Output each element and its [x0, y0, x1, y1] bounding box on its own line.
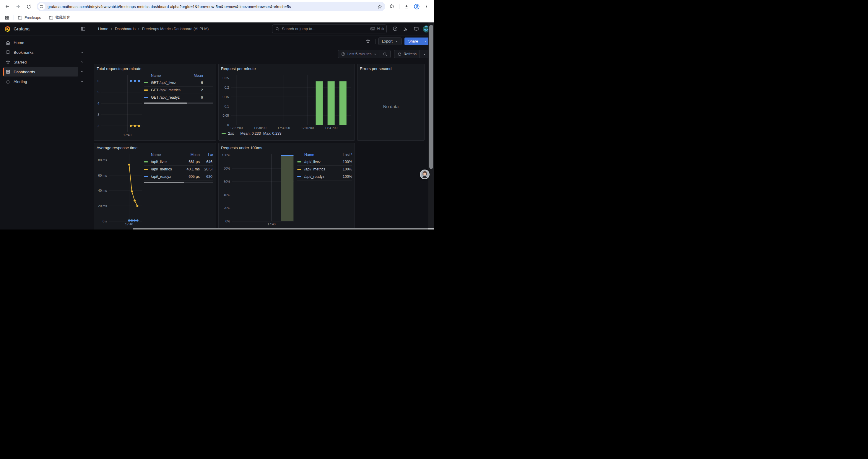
collapse-sidebar-icon[interactable] — [81, 26, 86, 31]
breadcrumb-dashboards[interactable]: Dashboards — [115, 27, 135, 31]
panel-title[interactable]: Total requests per minute — [97, 66, 213, 72]
legend-row[interactable]: GET /api/_readyz 6 — [144, 94, 213, 101]
legend-row[interactable]: /api/_metrics 40.1 ms 20.5 ms — [144, 166, 213, 173]
series-swatch — [144, 82, 148, 83]
avg-response-time-chart[interactable]: 0 s20 ms40 ms60 ms80 ms17:40 — [97, 152, 144, 227]
sidebar-item-label: Alerting — [13, 79, 27, 84]
vertical-scrollbar[interactable] — [428, 23, 434, 228]
sidebar-item-dashboards[interactable]: Dashboards — [3, 67, 86, 76]
downloads-icon[interactable] — [402, 2, 411, 11]
legend-series-label[interactable]: 2xx — [228, 131, 234, 136]
total-requests-chart[interactable]: 2345617:40 — [97, 72, 144, 137]
panel-request-per-minute[interactable]: Request per minute 00.050.10.150.20.2517… — [218, 64, 355, 140]
site-info-icon[interactable] — [38, 3, 45, 10]
panel-title[interactable]: Request per minute — [221, 66, 352, 72]
svg-text:17:40: 17:40 — [267, 222, 276, 226]
grafana-logo[interactable] — [4, 26, 11, 32]
chevron-down-icon[interactable] — [78, 51, 86, 54]
svg-text:6: 6 — [97, 79, 99, 83]
refresh-icon — [397, 52, 402, 56]
bookmark-label: 收藏博客 — [56, 15, 70, 20]
legend-col-mean[interactable]: Mean — [182, 153, 200, 157]
refresh-button[interactable]: Refresh — [395, 50, 420, 58]
legend-col-last[interactable]: Last * — [335, 153, 352, 157]
bookmark-folder-freeleaps[interactable]: Freeleaps — [18, 15, 41, 20]
legend-mean: Mean: 0.233 — [240, 131, 261, 136]
panel-under-100ms[interactable]: Requests under 100ms 0%20%40%60%80%100%1… — [218, 143, 355, 230]
under-100ms-chart[interactable]: 0%20%40%60%80%100%17:40 — [221, 152, 296, 227]
zoom-out-icon — [383, 52, 387, 57]
apps-grid-icon[interactable] — [4, 13, 11, 22]
chevron-down-icon[interactable] — [78, 80, 86, 83]
grafana-app: Grafana Home › Dashboards › Freeleaps Me… — [0, 23, 434, 230]
svg-text:20 ms: 20 ms — [98, 204, 107, 208]
browser-menu-icon[interactable] — [422, 2, 431, 11]
panel-avg-response-time[interactable]: Average response time 0 s20 ms40 ms60 ms… — [94, 143, 216, 230]
bookmarks-divider — [13, 15, 14, 21]
sidebar-item-alerting[interactable]: Alerting — [3, 77, 86, 86]
legend-col-name[interactable]: Name — [304, 153, 335, 157]
request-per-minute-chart[interactable]: 00.050.10.150.20.2517:37:0017:38:0017:39… — [221, 72, 353, 130]
home-icon — [6, 40, 10, 45]
legend-row[interactable]: /api/_readyz 605 µs 620 µs — [144, 173, 213, 181]
refresh-interval-dropdown[interactable] — [420, 50, 429, 58]
bookmark-label: Freeleaps — [25, 15, 41, 20]
legend-row[interactable]: /api/_livez 661 µs 646 µs — [144, 158, 213, 166]
legend-row[interactable]: GET /api/_metrics 2 — [144, 87, 213, 94]
svg-text:80%: 80% — [224, 167, 230, 170]
panel-title[interactable]: Errors per second — [360, 66, 422, 72]
favorite-dashboard-icon[interactable] — [364, 37, 372, 45]
assistant-avatar[interactable] — [420, 169, 430, 179]
grafana-body: Home Bookmarks — [0, 35, 434, 230]
bookmark-folder-blogs[interactable]: 收藏博客 — [49, 15, 70, 20]
url-text[interactable]: grafana.mathmast.com/d/deytv4rwavabkb/fr… — [48, 4, 376, 9]
forward-icon[interactable] — [13, 2, 23, 11]
panel-title[interactable]: Average response time — [97, 145, 213, 152]
sidebar-item-label: Starred — [13, 60, 27, 64]
search-input[interactable]: Search or jump to... ⌘+k — [272, 25, 387, 33]
svg-text:17:40: 17:40 — [125, 222, 133, 226]
panel-total-requests[interactable]: Total requests per minute 2345617:40 Nam… — [94, 64, 216, 140]
series-swatch — [297, 161, 301, 162]
sidebar-item-home[interactable]: Home — [3, 38, 86, 47]
extensions-icon[interactable] — [388, 2, 397, 11]
legend-row[interactable]: /api/_livez 100% — [297, 158, 352, 166]
time-range-picker[interactable]: Last 5 minutes — [338, 50, 380, 58]
svg-text:4: 4 — [97, 102, 99, 105]
back-icon[interactable] — [3, 2, 12, 11]
legend-col-last[interactable]: Last * — [200, 153, 213, 157]
legend-row[interactable]: /api/_readyz 100% — [297, 173, 352, 181]
legend-col-name[interactable]: Name — [151, 153, 182, 157]
series-swatch — [144, 176, 148, 177]
dashboard-canvas: Total requests per minute 2345617:40 Nam… — [89, 61, 434, 230]
bookmark-star-icon[interactable] — [376, 3, 383, 10]
url-bar[interactable]: grafana.mathmast.com/d/deytv4rwavabkb/fr… — [37, 2, 385, 11]
chevron-down-icon[interactable] — [78, 60, 86, 64]
profile-icon[interactable] — [412, 2, 421, 11]
time-controls-row: Last 5 minutes — [89, 47, 434, 61]
panel-errors-per-second[interactable]: Errors per second No data — [357, 64, 425, 140]
legend-col-mean[interactable]: Mean — [182, 73, 203, 78]
display-icon[interactable] — [412, 25, 421, 33]
legend-scrollbar[interactable] — [144, 102, 213, 104]
vertical-scrollbar-thumb[interactable] — [429, 25, 433, 169]
reload-icon[interactable] — [24, 2, 33, 11]
legend-row[interactable]: /api/_metrics 100% — [297, 166, 352, 173]
sidebar-item-label: Home — [13, 40, 24, 45]
grafana-header-left: Grafana — [0, 26, 89, 32]
breadcrumb-home[interactable]: Home — [98, 27, 108, 31]
legend-scrollbar[interactable] — [144, 182, 213, 183]
zoom-out-button[interactable] — [380, 50, 390, 58]
horizontal-scrollbar-thumb[interactable] — [133, 228, 428, 230]
share-button[interactable]: Share — [404, 37, 429, 45]
legend-col-name[interactable]: Name — [151, 73, 182, 78]
news-icon[interactable] — [402, 25, 410, 33]
sidebar-item-bookmarks[interactable]: Bookmarks — [3, 47, 86, 57]
help-icon[interactable] — [391, 25, 399, 33]
svg-text:0.05: 0.05 — [223, 114, 229, 117]
chevron-down-icon[interactable] — [78, 70, 86, 73]
legend-row[interactable]: GET /api/_livez 6 — [144, 79, 213, 87]
panel-title[interactable]: Requests under 100ms — [221, 145, 352, 152]
export-button[interactable]: Export — [378, 37, 402, 45]
sidebar-item-starred[interactable]: Starred — [3, 57, 86, 67]
